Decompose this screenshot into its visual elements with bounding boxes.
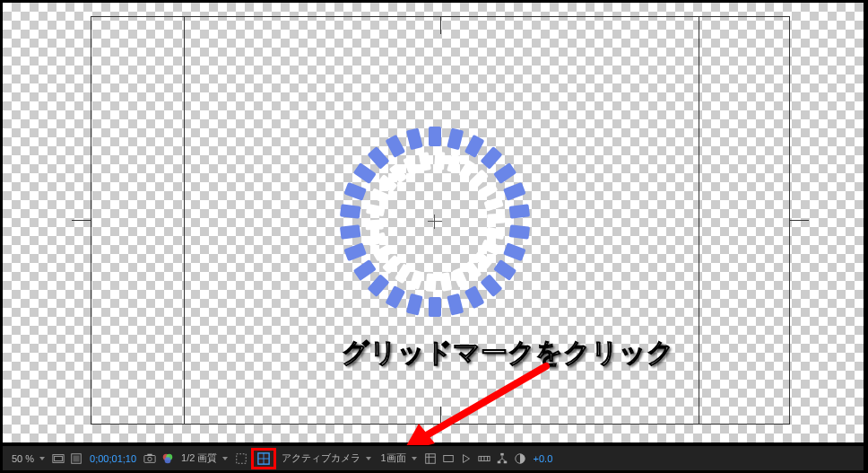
ring-dash-outer bbox=[340, 224, 361, 240]
tick-bottom bbox=[440, 407, 441, 425]
ring-dash-outer bbox=[464, 285, 485, 309]
ring-dash-outer bbox=[353, 162, 377, 184]
svg-rect-6 bbox=[144, 455, 155, 462]
ring-dash-outer bbox=[493, 259, 516, 281]
ring-dash-outer bbox=[386, 135, 406, 158]
ring-dash-inner bbox=[418, 152, 430, 171]
view-count-dropdown[interactable]: 1画面 bbox=[377, 450, 420, 468]
ring-dash-outer bbox=[509, 224, 531, 240]
svg-rect-27 bbox=[503, 460, 507, 463]
view-count-value: 1画面 bbox=[380, 451, 405, 465]
ring-dash-outer bbox=[480, 146, 502, 170]
camera-value: アクティブカメラ bbox=[282, 451, 360, 465]
annotation-arrow-icon bbox=[403, 357, 564, 456]
ring-dash-inner bbox=[487, 214, 506, 224]
ring-dash-inner bbox=[367, 232, 386, 246]
guides-icon[interactable] bbox=[422, 451, 438, 467]
ring-dash-outer bbox=[480, 274, 502, 297]
ring-dash-outer bbox=[386, 285, 406, 309]
svg-rect-26 bbox=[497, 460, 500, 463]
ring-dash-outer bbox=[429, 127, 441, 146]
tick-right bbox=[790, 220, 809, 221]
ring-dash-inner bbox=[434, 152, 445, 171]
ring-dash-outer bbox=[406, 293, 423, 316]
ring-dash-inner bbox=[438, 272, 451, 292]
timeline-icon[interactable] bbox=[476, 451, 492, 467]
roi-icon[interactable] bbox=[233, 451, 249, 467]
ring-dash-outer bbox=[367, 146, 389, 170]
svg-line-0 bbox=[419, 366, 546, 440]
zoom-dropdown[interactable]: 50 % bbox=[8, 450, 48, 468]
center-cross-icon bbox=[428, 215, 442, 229]
snapshot-icon[interactable] bbox=[142, 451, 158, 467]
ring-dash-inner bbox=[365, 204, 385, 217]
exposure-value: +0.0 bbox=[534, 453, 553, 464]
pixel-aspect-icon[interactable] bbox=[440, 451, 456, 467]
fast-preview-icon[interactable] bbox=[458, 451, 474, 467]
svg-rect-5 bbox=[74, 455, 80, 461]
tick-top bbox=[440, 16, 441, 34]
safezone-icon[interactable] bbox=[50, 451, 66, 467]
ring-dash-inner bbox=[483, 197, 503, 211]
svg-rect-16 bbox=[425, 453, 435, 463]
ring-dash-inner bbox=[365, 219, 384, 230]
zoom-value: 50 % bbox=[12, 453, 34, 464]
svg-rect-12 bbox=[237, 453, 247, 463]
svg-line-29 bbox=[499, 459, 502, 461]
svg-marker-20 bbox=[463, 454, 469, 462]
camera-dropdown[interactable]: アクティブカメラ bbox=[278, 450, 375, 468]
safe-area-outer bbox=[91, 16, 790, 425]
ring-dash-inner bbox=[369, 188, 390, 204]
grid-toggle-button[interactable] bbox=[251, 448, 276, 469]
composition-canvas[interactable]: グリッドマークをクリック bbox=[3, 3, 864, 442]
ring-dash-outer bbox=[367, 274, 389, 297]
ring-dash-outer bbox=[353, 259, 377, 281]
ring-dash-inner bbox=[425, 273, 436, 292]
annotation-label: グリッドマークをクリック bbox=[342, 335, 674, 372]
ring-dash-outer bbox=[464, 135, 485, 158]
ring-dash-outer bbox=[343, 242, 367, 261]
resolution-dropdown[interactable]: 1/2 画質 bbox=[178, 450, 231, 468]
tick-left bbox=[72, 220, 91, 221]
ring-dash-outer bbox=[429, 297, 441, 317]
ring-dash-outer bbox=[447, 293, 464, 316]
svg-point-11 bbox=[165, 457, 171, 463]
ring-dash-outer bbox=[503, 242, 526, 261]
timecode-value: 0;00;01;10 bbox=[90, 453, 136, 464]
ring-dash-outer bbox=[509, 204, 531, 219]
ring-dash-outer bbox=[447, 127, 464, 150]
ring-dash-inner bbox=[485, 227, 505, 241]
viewer-toolbar: 50 % 0;00;01;10 1/2 画質 アクティブカメラ 1画面 bbox=[3, 445, 864, 470]
ring-dash-inner bbox=[447, 153, 462, 173]
safe-area-inner bbox=[184, 16, 699, 425]
ring-dash-inner bbox=[409, 270, 424, 290]
flowchart-icon[interactable] bbox=[494, 451, 510, 467]
ring-dash-outer bbox=[493, 162, 516, 184]
exposure-field[interactable]: +0.0 bbox=[530, 450, 557, 468]
resolution-value: 1/2 画質 bbox=[181, 451, 217, 465]
exposure-reset-icon[interactable] bbox=[512, 451, 528, 467]
ring-dash-outer bbox=[343, 182, 367, 201]
channels-icon[interactable] bbox=[160, 451, 176, 467]
svg-line-30 bbox=[502, 459, 506, 461]
ring-dash-inner bbox=[451, 267, 467, 288]
ring-dash-outer bbox=[340, 204, 361, 219]
ring-dash-outer bbox=[406, 127, 423, 150]
mask-toggle-icon[interactable] bbox=[68, 451, 84, 467]
svg-rect-25 bbox=[500, 452, 504, 455]
svg-rect-3 bbox=[55, 456, 63, 460]
svg-rect-8 bbox=[147, 453, 152, 455]
ring-dash-outer bbox=[503, 182, 526, 201]
timecode-field[interactable]: 0;00;01;10 bbox=[86, 450, 140, 468]
svg-point-7 bbox=[148, 457, 152, 460]
svg-rect-19 bbox=[443, 455, 453, 461]
